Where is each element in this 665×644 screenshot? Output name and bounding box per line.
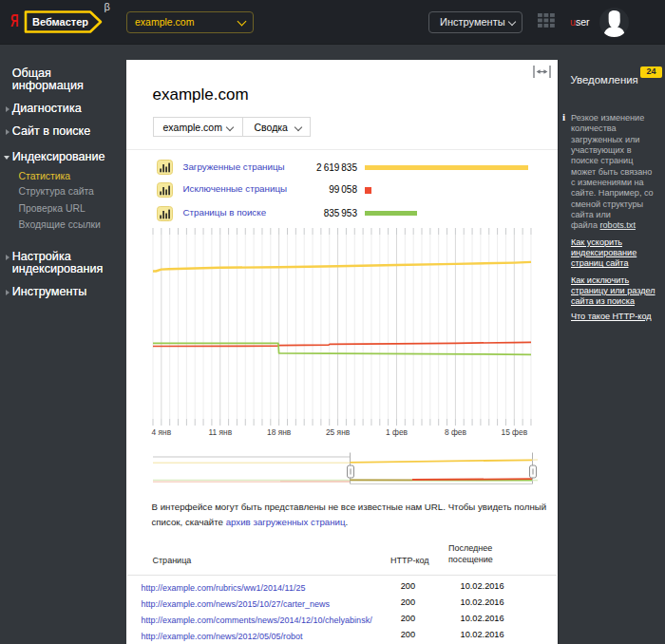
svg-text:15 фев: 15 фев [501, 427, 527, 437]
svg-text:18 янв: 18 янв [267, 427, 292, 437]
svg-text:4 янв: 4 янв [151, 427, 171, 437]
svg-text:Вебмастер: Вебмастер [32, 16, 88, 28]
svg-text:8 фев: 8 фев [445, 427, 467, 437]
svg-text:25 янв: 25 янв [326, 427, 351, 437]
svg-text:11 янв: 11 янв [208, 427, 232, 437]
svg-text:1 фев: 1 фев [386, 427, 408, 437]
